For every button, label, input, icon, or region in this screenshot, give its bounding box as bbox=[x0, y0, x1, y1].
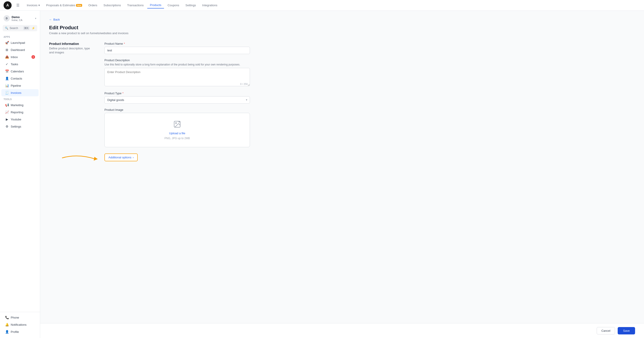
search-icon: 🔍 bbox=[5, 27, 8, 30]
hamburger-button[interactable]: ☰ bbox=[14, 2, 22, 9]
back-arrow-icon: ← bbox=[49, 18, 52, 21]
nav-item-subscriptions[interactable]: Subscriptions bbox=[101, 2, 124, 8]
nav-item-integrations[interactable]: Integrations bbox=[200, 2, 220, 8]
char-count: 0 / 256 bbox=[240, 83, 248, 85]
dashboard-icon: ⊞ bbox=[5, 48, 9, 52]
product-type-select[interactable]: Digital goods Physical goods Service bbox=[104, 96, 250, 104]
youtube-icon: ▶ bbox=[5, 117, 9, 121]
sidebar-item-notifications[interactable]: 🔔 Notifications bbox=[1, 321, 38, 328]
sidebar-item-marketing[interactable]: 📢 Marketing bbox=[1, 101, 38, 109]
save-button[interactable]: Save bbox=[618, 327, 635, 334]
sidebar-item-invoices[interactable]: 🧾 Invoices bbox=[1, 89, 38, 96]
sidebar-search[interactable]: 🔍 Search ⌘K ⚡ bbox=[3, 25, 37, 31]
sidebar-item-pipeline[interactable]: 📊 Pipeline bbox=[1, 82, 38, 89]
additional-options-button[interactable]: Additional options › bbox=[104, 153, 138, 161]
search-shortcut: ⌘K bbox=[23, 26, 30, 30]
top-navigation: A ☰ Invoices ▾ Proposals & Estimates New… bbox=[0, 0, 644, 11]
form-layout: Product Information Define product descr… bbox=[49, 42, 250, 161]
annotation-arrow bbox=[60, 151, 109, 165]
back-link[interactable]: ← Back bbox=[49, 18, 635, 21]
sidebar-item-launchpad[interactable]: 🚀 Launchpad bbox=[1, 39, 38, 46]
sidebar-item-reporting[interactable]: 📈 Reporting bbox=[1, 109, 38, 116]
pipeline-icon: 📊 bbox=[5, 84, 9, 88]
product-type-group: Product Type * Digital goods Physical go… bbox=[104, 92, 250, 104]
phone-icon: 📞 bbox=[5, 315, 9, 319]
notifications-icon: 🔔 bbox=[5, 322, 9, 326]
product-description-sublabel: Use this field to optionally store a lon… bbox=[104, 63, 250, 67]
nav-item-transactions[interactable]: Transactions bbox=[124, 2, 146, 8]
svg-point-1 bbox=[176, 122, 177, 123]
additional-options-section: Additional options › bbox=[104, 153, 250, 161]
product-name-group: Product Name * bbox=[104, 42, 250, 54]
product-image-group: Product Image bbox=[104, 108, 250, 147]
launchpad-icon: 🚀 bbox=[5, 41, 9, 45]
contacts-icon: 👤 bbox=[5, 76, 9, 80]
calendars-icon: 📅 bbox=[5, 69, 9, 73]
nav-item-products[interactable]: Products bbox=[147, 2, 164, 9]
nav-item-orders[interactable]: Orders bbox=[86, 2, 100, 8]
sidebar-user[interactable]: D Demo Irvine, CA ▾ bbox=[0, 14, 40, 24]
product-image-label: Product Image bbox=[104, 108, 250, 111]
settings-icon: ⚙ bbox=[5, 124, 9, 128]
page-title: Edit Product bbox=[49, 25, 635, 31]
sidebar-item-dashboard[interactable]: ⊞ Dashboard bbox=[1, 46, 38, 53]
main-content: ← Back Edit Product Create a new product… bbox=[40, 11, 644, 323]
form-actions: Cancel Save bbox=[40, 323, 644, 338]
arrow-annotation bbox=[60, 151, 109, 165]
textarea-wrapper: 0 / 256 bbox=[104, 68, 250, 87]
sidebar-item-phone[interactable]: 📞 Phone bbox=[1, 314, 38, 321]
sidebar-item-tasks[interactable]: ✓ Tasks bbox=[1, 61, 38, 68]
nav-item-coupons[interactable]: Coupons bbox=[165, 2, 182, 8]
sidebar-item-calendars[interactable]: 📅 Calendars bbox=[1, 68, 38, 75]
product-description-label: Product Description bbox=[104, 59, 250, 62]
reporting-icon: 📈 bbox=[5, 110, 9, 114]
upload-link[interactable]: Upload a file bbox=[169, 132, 185, 135]
product-name-input[interactable] bbox=[104, 47, 250, 54]
sidebar: D Demo Irvine, CA ▾ 🔍 Search ⌘K ⚡ Apps 🚀… bbox=[0, 11, 40, 338]
nav-item-settings-top[interactable]: Settings bbox=[183, 2, 198, 8]
sidebar-item-youtube[interactable]: ▶ Youtube bbox=[1, 116, 38, 123]
app-logo: A bbox=[4, 1, 12, 9]
sidebar-item-inbox[interactable]: 📥 Inbox 0 bbox=[1, 53, 38, 61]
lightning-icon: ⚡ bbox=[32, 27, 35, 30]
invoices-icon: 🧾 bbox=[5, 91, 9, 95]
user-location: Irvine, CA bbox=[12, 19, 33, 22]
profile-icon: 👤 bbox=[5, 330, 9, 334]
page-subtitle: Create a new product to sell on funnels/… bbox=[49, 32, 635, 35]
sidebar-item-profile[interactable]: 👤 Profile bbox=[1, 328, 38, 335]
product-name-label: Product Name * bbox=[104, 42, 250, 45]
required-star-type: * bbox=[122, 92, 124, 95]
inbox-badge: 0 bbox=[32, 55, 35, 59]
new-badge: New bbox=[76, 4, 82, 7]
upload-area[interactable]: Upload a file PNG, JPG up to 2MB bbox=[104, 113, 250, 147]
form-section-title: Product Information bbox=[49, 42, 94, 46]
required-star: * bbox=[124, 42, 125, 45]
cancel-button[interactable]: Cancel bbox=[597, 327, 615, 334]
upload-hint: PNG, JPG up to 2MB bbox=[164, 137, 190, 140]
avatar: D bbox=[4, 15, 10, 22]
sidebar-bottom: 📞 Phone 🔔 Notifications 👤 Profile bbox=[0, 312, 40, 335]
tools-section-label: Tools bbox=[0, 96, 40, 101]
chevron-down-icon: ▾ bbox=[35, 17, 36, 20]
form-section-info: Product Information Define product descr… bbox=[49, 42, 94, 161]
user-name: Demo bbox=[12, 16, 33, 19]
sidebar-item-settings[interactable]: ⚙ Settings bbox=[1, 123, 38, 130]
nav-item-proposals[interactable]: Proposals & Estimates New bbox=[44, 2, 85, 8]
inbox-icon: 📥 bbox=[5, 55, 9, 59]
chevron-right-icon: › bbox=[133, 156, 134, 159]
product-type-label: Product Type * bbox=[104, 92, 250, 95]
sidebar-item-contacts[interactable]: 👤 Contacts bbox=[1, 75, 38, 82]
svg-marker-4 bbox=[94, 157, 98, 161]
apps-section-label: Apps bbox=[0, 34, 40, 39]
upload-icon bbox=[173, 120, 181, 130]
nav-item-invoices[interactable]: Invoices ▾ bbox=[24, 2, 42, 8]
form-fields: Product Name * Product Description Use t… bbox=[104, 42, 250, 161]
app-body: D Demo Irvine, CA ▾ 🔍 Search ⌘K ⚡ Apps 🚀… bbox=[0, 11, 644, 338]
marketing-icon: 📢 bbox=[5, 103, 9, 107]
form-section-desc: Define product description, type and ima… bbox=[49, 47, 94, 55]
tasks-icon: ✓ bbox=[5, 62, 9, 66]
select-wrapper: Digital goods Physical goods Service ▾ bbox=[104, 96, 250, 104]
product-description-textarea[interactable] bbox=[104, 68, 250, 86]
product-description-group: Product Description Use this field to op… bbox=[104, 59, 250, 87]
